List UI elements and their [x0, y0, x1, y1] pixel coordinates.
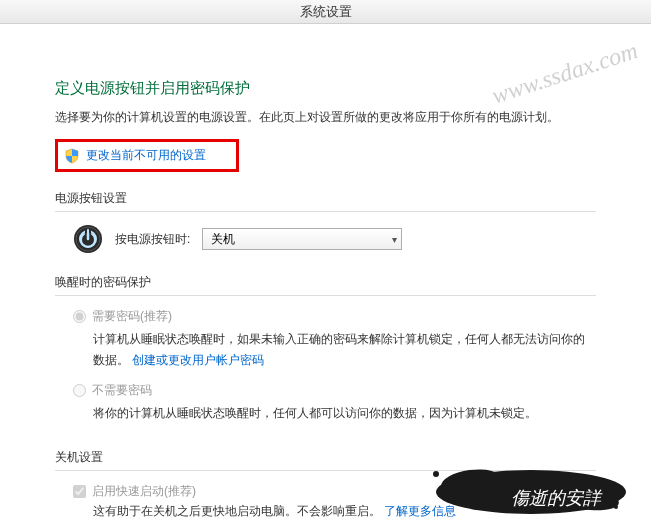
section-shutdown-title: 关机设置: [55, 449, 596, 471]
page-heading: 定义电源按钮并启用密码保护: [55, 79, 596, 98]
power-button-label: 按电源按钮时:: [115, 231, 190, 248]
radio-no-password: 不需要密码 将你的计算机从睡眠状态唤醒时，任何人都可以访问你的数据，因为计算机未…: [73, 382, 596, 423]
change-unavailable-settings-link[interactable]: 更改当前不可用的设置: [86, 147, 206, 164]
section-password-title: 唤醒时的密码保护: [55, 274, 596, 296]
radio-no-password-input[interactable]: [73, 384, 86, 397]
radio-require-desc: 计算机从睡眠状态唤醒时，如果未输入正确的密码来解除计算机锁定，任何人都无法访问你…: [73, 329, 596, 370]
radio-no-password-desc: 将你的计算机从睡眠状态唤醒时，任何人都可以访问你的数据，因为计算机未锁定。: [73, 403, 596, 423]
radio-no-password-label: 不需要密码: [92, 382, 152, 399]
check-fast-label: 启用快速启动(推荐): [92, 483, 196, 500]
change-settings-highlight: 更改当前不可用的设置: [55, 139, 239, 172]
radio-require-password: 需要密码(推荐) 计算机从睡眠状态唤醒时，如果未输入正确的密码来解除计算机锁定，…: [73, 308, 596, 370]
radio-require-label: 需要密码(推荐): [92, 308, 172, 325]
check-fast-input[interactable]: [73, 485, 86, 498]
shutdown-check-group: 启用快速启动(推荐) 这有助于在关机之后更快地启动电脑。不会影响重启。 了解更多…: [55, 483, 596, 532]
title-bar: 系统设置: [0, 0, 651, 24]
power-icon: [73, 224, 103, 254]
create-password-link[interactable]: 创建或更改用户帐户密码: [132, 353, 264, 367]
shield-icon: [64, 148, 80, 164]
page-description: 选择要为你的计算机设置的电源设置。在此页上对设置所做的更改将应用于你所有的电源计…: [55, 108, 596, 127]
check-fast-desc: 这有助于在关机之后更快地启动电脑。不会影响重启。 了解更多信息: [73, 502, 596, 521]
check-fast-startup: 启用快速启动(推荐) 这有助于在关机之后更快地启动电脑。不会影响重启。 了解更多…: [73, 483, 596, 521]
power-button-dropdown[interactable]: 关机 ▾: [202, 228, 402, 250]
content-area: 定义电源按钮并启用密码保护 选择要为你的计算机设置的电源设置。在此页上对设置所做…: [0, 24, 651, 532]
password-radio-group: 需要密码(推荐) 计算机从睡眠状态唤醒时，如果未输入正确的密码来解除计算机锁定，…: [55, 308, 596, 423]
title-text: 系统设置: [300, 3, 352, 21]
chevron-down-icon: ▾: [392, 234, 397, 245]
radio-require-input[interactable]: [73, 310, 86, 323]
learn-more-link[interactable]: 了解更多信息: [384, 504, 456, 518]
power-button-value: 关机: [211, 231, 235, 248]
section-power-button-title: 电源按钮设置: [55, 190, 596, 212]
power-button-row: 按电源按钮时: 关机 ▾: [55, 224, 596, 254]
